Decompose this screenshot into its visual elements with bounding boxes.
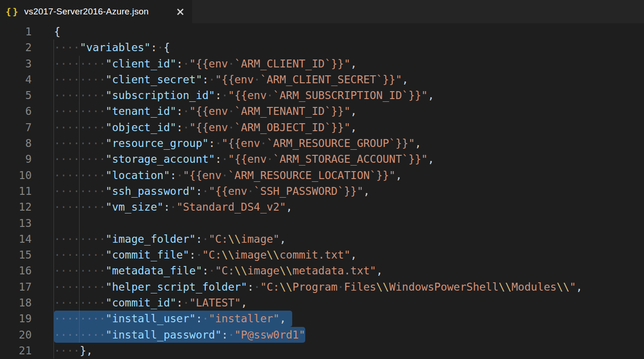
code-line-content[interactable]: ········"helper_script_folder":·"C:\\Pro… (54, 279, 644, 295)
code-line-content[interactable]: ········"subscription_id":·"{{env·`ARM_S… (54, 87, 644, 103)
code-token: { (163, 41, 170, 53)
line-number[interactable]: 12 (0, 199, 32, 215)
line-number[interactable]: 10 (0, 167, 32, 183)
code-line-content[interactable]: ········"install_password":·"P@ssw0rd1" (54, 327, 644, 343)
code-line-content[interactable]: ········"client_secret":·"{{env·`ARM_CLI… (54, 72, 644, 87)
code-line-content[interactable]: ········"tenant_id":·"{{env·`ARM_TENANT_… (54, 103, 644, 119)
code-line-content[interactable]: ········"install_user":·"installer", (54, 311, 644, 326)
line-number[interactable]: 6 (0, 103, 32, 119)
code-token: : (208, 137, 215, 149)
code-tokens: ····}, (54, 345, 93, 357)
code-line-content[interactable]: ········"resource_group":·"{{env·`ARM_RE… (54, 135, 644, 151)
code-token: "location" (106, 169, 170, 181)
line-number[interactable]: 3 (0, 56, 32, 72)
code-token: "{{env (228, 89, 267, 101)
line-number[interactable]: 7 (0, 120, 32, 135)
code-tokens: ········"location":·"{{env·`ARM_RESOURCE… (54, 169, 402, 181)
line-number[interactable]: 11 (0, 183, 32, 199)
code-token: " (570, 281, 576, 293)
code-line: 2····"variables":·{ (0, 40, 644, 55)
code-line-content[interactable]: ········"vm_size":·"Standard_DS4_v2", (54, 199, 644, 215)
line-number[interactable]: 8 (0, 135, 32, 151)
code-token: , (280, 312, 286, 325)
code-token: , (280, 233, 286, 245)
code-line-content[interactable]: ········"metadata_file":·"C:\\image\\met… (54, 263, 644, 279)
code-token: ········ (54, 185, 106, 197)
code-token: · (247, 185, 254, 197)
code-line-content[interactable] (54, 215, 644, 231)
line-number[interactable]: 13 (0, 215, 32, 231)
code-token: ········ (54, 201, 106, 213)
code-token: , (415, 137, 422, 149)
code-line-content[interactable]: ········"object_id":·"{{env·`ARM_OBJECT_… (54, 120, 644, 135)
line-number[interactable]: 16 (0, 263, 32, 279)
code-token: · (183, 105, 189, 117)
code-token: \\ (557, 281, 570, 293)
code-line: 1{ (0, 24, 644, 40)
line-number[interactable]: 21 (0, 343, 32, 359)
code-token: ········ (54, 233, 106, 245)
code-token: \\ (280, 265, 293, 277)
code-token: ···· (54, 41, 80, 53)
line-number[interactable]: 20 (0, 327, 32, 343)
code-token: image (235, 249, 267, 261)
code-line: 10········"location":·"{{env·`ARM_RESOUR… (0, 167, 644, 183)
code-line-content[interactable]: ········"location":·"{{env·`ARM_RESOURCE… (54, 167, 644, 183)
code-token: : (221, 329, 228, 341)
code-token: \\ (499, 281, 512, 293)
code-token: , (350, 105, 357, 117)
tab-vs2017-server2016-azure-json[interactable]: {} vs2017-Server2016-Azure.json (0, 0, 192, 23)
code-line-content[interactable]: ········"client_id":·"{{env·`ARM_CLIENT_… (54, 56, 644, 72)
line-number[interactable]: 2 (0, 40, 32, 55)
code-token: , (402, 73, 409, 86)
code-token: · (337, 281, 344, 293)
code-editor[interactable]: 1{2····"variables":·{3········"client_id… (0, 23, 644, 359)
code-token: `ARM_STORAGE_ACCOUNT`}}" (273, 153, 428, 165)
line-number[interactable]: 1 (0, 24, 32, 40)
code-token: "{{env (228, 153, 267, 165)
code-token: : (170, 169, 176, 181)
code-line-content[interactable]: ····}, (54, 343, 644, 359)
code-token: image" (241, 233, 280, 245)
line-number[interactable]: 18 (0, 295, 32, 311)
code-token: `SSH_PASSWORD`}}" (254, 185, 363, 197)
code-line-content[interactable]: ········"ssh_password":·"{{env·`SSH_PASS… (54, 183, 644, 199)
code-line-content[interactable]: ········"commit_file":·"C:\\image\\commi… (54, 247, 644, 263)
json-braces-icon: {} (6, 7, 20, 16)
line-number[interactable]: 15 (0, 247, 32, 263)
line-number[interactable]: 4 (0, 72, 32, 87)
code-token: "C: (215, 265, 235, 277)
code-token: : (176, 297, 183, 309)
code-token: "vm_size" (106, 201, 164, 213)
code-token: · (267, 89, 273, 101)
code-token: · (196, 249, 202, 261)
line-number[interactable]: 5 (0, 87, 32, 103)
code-token: · (228, 121, 235, 133)
code-token: image (247, 265, 279, 277)
code-token: , (241, 297, 248, 309)
close-icon[interactable] (174, 6, 186, 17)
code-token: "P@ssw0rd1" (235, 329, 305, 341)
code-token: : (202, 265, 209, 277)
code-token: : (176, 58, 183, 70)
code-tokens: ········"storage_account":·"{{env·`ARM_S… (54, 153, 434, 165)
code-token: ········ (54, 281, 106, 293)
line-number[interactable]: 17 (0, 279, 32, 295)
code-tokens: ········"subscription_id":·"{{env·`ARM_S… (54, 89, 434, 101)
line-number[interactable]: 9 (0, 151, 32, 167)
code-token: commit.txt" (280, 249, 350, 261)
code-token: `ARM_CLIENT_SECRET`}}" (260, 73, 402, 86)
code-token: : (215, 153, 221, 165)
line-number[interactable]: 19 (0, 311, 32, 326)
code-token: \\ (267, 249, 280, 261)
code-token: "commit_id" (106, 297, 176, 309)
code-line-content[interactable]: ········"image_folder":·"C:\\image", (54, 231, 644, 247)
code-token: "storage_account" (106, 153, 215, 165)
code-line-content[interactable]: ········"commit_id":·"LATEST", (54, 295, 644, 311)
code-line-content[interactable]: ····"variables":·{ (54, 40, 644, 55)
code-token: "C: (202, 249, 222, 261)
code-line-content[interactable]: ········"storage_account":·"{{env·`ARM_S… (54, 151, 644, 167)
code-line-content[interactable]: { (54, 24, 644, 40)
line-number[interactable]: 14 (0, 231, 32, 247)
code-token: , (396, 169, 402, 181)
